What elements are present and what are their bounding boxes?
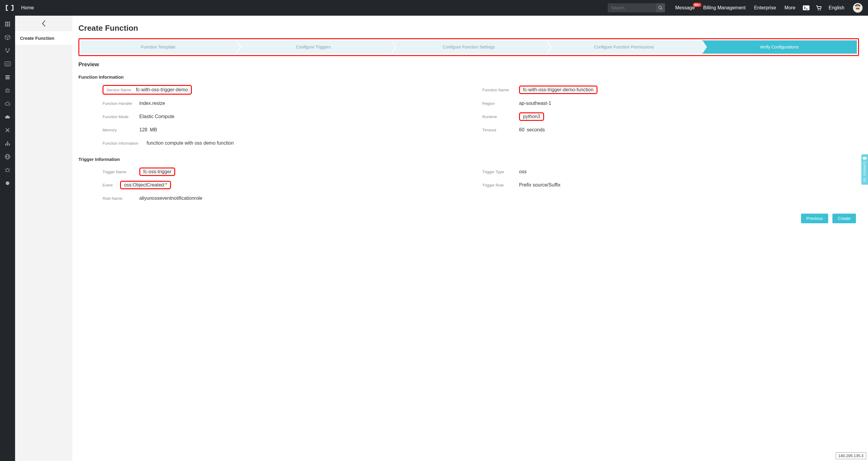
role-name-label: Role Name:	[102, 196, 134, 201]
brand-logo-icon[interactable]	[5, 4, 14, 12]
svg-rect-22	[5, 75, 10, 76]
svg-rect-14	[5, 25, 6, 27]
row-runtime: Runtime python3	[482, 112, 850, 121]
svg-point-30	[5, 144, 6, 145]
cloud-shell-icon[interactable]	[803, 5, 809, 10]
svg-rect-12	[7, 24, 8, 25]
ip-address: 140.205.135.3	[836, 452, 866, 459]
svg-rect-13	[9, 24, 10, 25]
left-rail: IDE	[0, 16, 15, 461]
rail-ide-icon[interactable]: IDE	[4, 61, 10, 67]
function-name-value: fc-with-oss-trigger-demo-function	[519, 86, 597, 94]
memory-label: Memory	[102, 128, 134, 132]
svg-point-29	[7, 141, 8, 142]
sidebar-item-create-function[interactable]: Create Function	[15, 31, 72, 45]
timeout-label: Timeout	[482, 128, 514, 132]
nav-more[interactable]: More	[784, 5, 795, 10]
svg-point-31	[7, 144, 8, 145]
region-label: Region	[482, 101, 514, 106]
memory-unit: MB	[150, 127, 157, 133]
row-region: Region ap-southeast-1	[482, 99, 850, 108]
svg-rect-16	[9, 25, 10, 27]
mode-value: Elastic Compute	[140, 114, 175, 119]
region-value: ap-southeast-1	[519, 101, 551, 106]
previous-button[interactable]: Previous	[801, 213, 828, 223]
contact-us-tab[interactable]: Contact Us	[861, 154, 868, 185]
svg-point-27	[8, 90, 8, 91]
step-function-template[interactable]: Function Template	[81, 40, 236, 54]
svg-point-3	[818, 9, 818, 10]
svg-rect-25	[6, 89, 9, 92]
row-trigger-name: Trigger Name fc-oss-trigger	[102, 167, 470, 176]
top-bar: Home Message 99+ Billing Management Ente…	[0, 0, 868, 16]
svg-rect-11	[5, 24, 6, 25]
page-title: Create Function	[79, 24, 859, 33]
trigger-rule-value: Prefix source/Suffix	[519, 182, 561, 188]
step-verify-configurations[interactable]: Verify Configurations	[702, 40, 857, 54]
nav-enterprise[interactable]: Enterprise	[754, 5, 776, 10]
svg-point-37	[6, 182, 9, 185]
user-avatar[interactable]	[853, 3, 863, 13]
rail-dot-icon[interactable]	[4, 180, 10, 186]
search-input[interactable]	[608, 3, 656, 12]
memory-value: 128	[140, 127, 148, 133]
wizard-steps: Function Template Configure Triggers Con…	[81, 40, 857, 54]
runtime-label: Runtime	[482, 114, 514, 119]
service-name-label: Service Name	[106, 88, 131, 92]
rail-cross-icon[interactable]	[4, 127, 10, 133]
nav-message[interactable]: Message 99+	[675, 5, 695, 10]
nav-language[interactable]: English	[829, 5, 844, 10]
trigger-type-label: Trigger Type	[482, 170, 514, 174]
contact-us-label: Contact Us	[863, 162, 867, 182]
nav-billing[interactable]: Billing Management	[703, 5, 746, 10]
nav-home[interactable]: Home	[21, 5, 34, 10]
rail-tree-icon[interactable]	[4, 140, 10, 146]
sidebar: Create Function	[15, 16, 72, 461]
row-trigger-rule: Trigger Rule Prefix source/Suffix	[482, 180, 850, 190]
svg-rect-9	[7, 22, 8, 23]
row-timeout: Timeout 60 seconds	[482, 125, 850, 134]
preview-heading: Preview	[79, 62, 859, 68]
back-button[interactable]	[15, 16, 72, 31]
svg-rect-10	[9, 22, 10, 23]
row-trigger-type: Trigger Type oss	[482, 167, 850, 176]
rail-stack-icon[interactable]	[4, 74, 10, 80]
message-badge: 99+	[693, 3, 702, 7]
chat-icon	[863, 157, 867, 160]
svg-point-18	[8, 48, 10, 50]
cart-icon[interactable]	[815, 5, 822, 10]
rail-globe-icon[interactable]	[4, 154, 10, 160]
trigger-name-label: Trigger Name	[102, 170, 134, 174]
event-label: Event	[102, 183, 115, 188]
rail-robot-icon[interactable]	[4, 87, 10, 93]
step-configure-function-settings[interactable]: Configure Function Settings	[391, 40, 547, 54]
step-configure-function-permissions[interactable]: Configure Function Permissions	[546, 40, 702, 54]
timeout-value: 60	[519, 127, 525, 133]
rail-branch-icon[interactable]	[4, 47, 10, 54]
step-configure-triggers[interactable]: Configure Triggers	[236, 40, 391, 54]
service-name-highlight: Service Name fc-with-oss-trigger-demo	[102, 85, 192, 95]
rail-bug-icon[interactable]	[4, 167, 10, 173]
mode-label: Function Mode	[102, 114, 134, 119]
svg-rect-2	[803, 5, 809, 10]
func-desc-value: function compute with oss demo function	[147, 140, 234, 146]
timeout-unit: seconds	[527, 127, 545, 133]
rail-apps-icon[interactable]	[4, 21, 10, 27]
row-event: Event oss:ObjectCreated:*	[102, 180, 470, 190]
handler-label: Function Handler	[102, 101, 134, 106]
rail-cloud-icon[interactable]	[4, 101, 10, 107]
rail-cloud-solid-icon[interactable]	[4, 114, 10, 120]
rail-cube-icon[interactable]	[4, 34, 10, 40]
svg-text:IDE: IDE	[6, 63, 9, 65]
create-button[interactable]: Create	[832, 213, 856, 223]
svg-rect-15	[7, 25, 8, 27]
svg-rect-7	[856, 8, 860, 9]
svg-rect-38	[863, 157, 867, 159]
search-box	[608, 3, 665, 12]
function-info-heading: Function Information	[79, 74, 859, 79]
svg-point-26	[7, 90, 7, 91]
steps-highlight: Function Template Configure Triggers Con…	[79, 38, 859, 56]
func-desc-label: Function Information	[102, 141, 141, 145]
search-icon[interactable]	[656, 3, 665, 12]
row-handler: Function Handler index.resize	[102, 99, 470, 108]
